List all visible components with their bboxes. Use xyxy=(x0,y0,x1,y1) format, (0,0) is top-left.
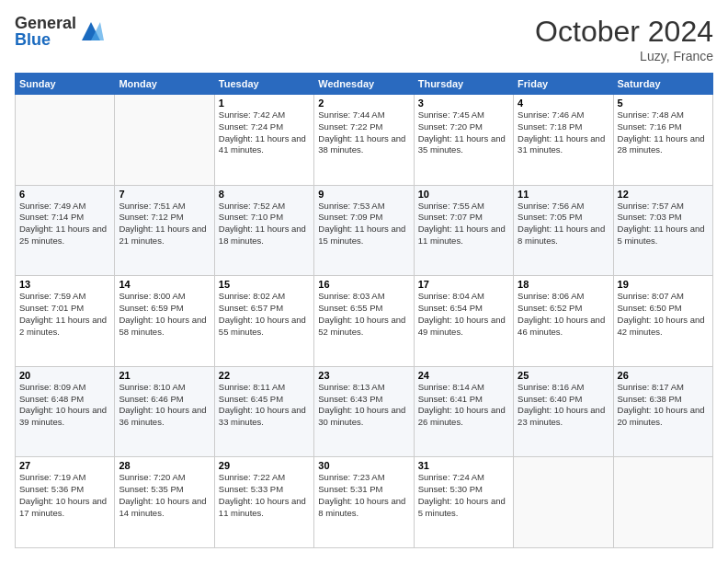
calendar-cell: 31Sunrise: 7:24 AMSunset: 5:30 PMDayligh… xyxy=(414,457,513,548)
col-tuesday: Tuesday xyxy=(214,74,313,95)
calendar-cell: 10Sunrise: 7:55 AMSunset: 7:07 PMDayligh… xyxy=(414,185,513,276)
day-number: 26 xyxy=(618,370,709,381)
day-number: 20 xyxy=(19,370,110,381)
col-wednesday: Wednesday xyxy=(314,74,414,95)
header: General Blue October 2024 Luzy, France xyxy=(15,15,713,63)
day-number: 18 xyxy=(518,279,609,290)
calendar-table: Sunday Monday Tuesday Wednesday Thursday… xyxy=(15,73,713,548)
day-number: 12 xyxy=(618,189,709,200)
calendar-cell: 5Sunrise: 7:48 AMSunset: 7:16 PMDaylight… xyxy=(613,95,712,186)
logo-blue-text: Blue xyxy=(15,31,76,48)
col-friday: Friday xyxy=(514,74,613,95)
calendar-cell: 23Sunrise: 8:13 AMSunset: 6:43 PMDayligh… xyxy=(314,366,414,457)
day-info: Sunrise: 8:09 AMSunset: 6:48 PMDaylight:… xyxy=(19,382,110,429)
logo-general-text: General xyxy=(15,15,76,31)
day-info: Sunrise: 7:44 AMSunset: 7:22 PMDaylight:… xyxy=(318,109,409,156)
week-row-3: 13Sunrise: 7:59 AMSunset: 7:01 PMDayligh… xyxy=(16,276,713,367)
day-info: Sunrise: 7:45 AMSunset: 7:20 PMDaylight:… xyxy=(418,109,509,156)
month-title: October 2024 xyxy=(535,15,713,49)
day-number: 27 xyxy=(19,460,110,471)
calendar-cell: 28Sunrise: 7:20 AMSunset: 5:35 PMDayligh… xyxy=(115,457,214,548)
calendar-body: 1Sunrise: 7:42 AMSunset: 7:24 PMDaylight… xyxy=(16,95,713,548)
calendar-cell xyxy=(514,457,613,548)
day-info: Sunrise: 7:22 AMSunset: 5:33 PMDaylight:… xyxy=(219,472,310,519)
day-number: 23 xyxy=(318,370,409,381)
day-info: Sunrise: 8:02 AMSunset: 6:57 PMDaylight:… xyxy=(219,291,310,338)
calendar-page: General Blue October 2024 Luzy, France S… xyxy=(0,0,728,563)
col-saturday: Saturday xyxy=(613,74,712,95)
day-info: Sunrise: 7:20 AMSunset: 5:35 PMDaylight:… xyxy=(119,472,210,519)
calendar-cell: 6Sunrise: 7:49 AMSunset: 7:14 PMDaylight… xyxy=(16,185,115,276)
day-number: 19 xyxy=(618,279,709,290)
day-info: Sunrise: 8:17 AMSunset: 6:38 PMDaylight:… xyxy=(618,382,709,429)
logo: General Blue xyxy=(15,15,104,48)
calendar-cell: 8Sunrise: 7:52 AMSunset: 7:10 PMDaylight… xyxy=(214,185,313,276)
calendar-cell: 24Sunrise: 8:14 AMSunset: 6:41 PMDayligh… xyxy=(414,366,513,457)
day-info: Sunrise: 7:23 AMSunset: 5:31 PMDaylight:… xyxy=(318,472,409,519)
day-info: Sunrise: 7:51 AMSunset: 7:12 PMDaylight:… xyxy=(119,201,210,247)
day-info: Sunrise: 7:49 AMSunset: 7:14 PMDaylight:… xyxy=(19,201,110,247)
calendar-cell xyxy=(16,95,115,186)
title-block: October 2024 Luzy, France xyxy=(535,15,713,63)
calendar-cell: 1Sunrise: 7:42 AMSunset: 7:24 PMDaylight… xyxy=(214,95,313,186)
calendar-cell: 3Sunrise: 7:45 AMSunset: 7:20 PMDaylight… xyxy=(414,95,513,186)
day-number: 4 xyxy=(518,98,609,109)
day-number: 5 xyxy=(618,98,709,109)
day-info: Sunrise: 7:57 AMSunset: 7:03 PMDaylight:… xyxy=(618,201,709,247)
day-info: Sunrise: 7:59 AMSunset: 7:01 PMDaylight:… xyxy=(19,291,110,338)
day-number: 2 xyxy=(318,98,409,109)
day-number: 9 xyxy=(318,189,409,200)
day-number: 24 xyxy=(418,370,509,381)
calendar-cell: 12Sunrise: 7:57 AMSunset: 7:03 PMDayligh… xyxy=(613,185,712,276)
calendar-cell: 21Sunrise: 8:10 AMSunset: 6:46 PMDayligh… xyxy=(115,366,214,457)
day-number: 10 xyxy=(418,189,509,200)
calendar-cell: 18Sunrise: 8:06 AMSunset: 6:52 PMDayligh… xyxy=(514,276,613,367)
calendar-cell: 27Sunrise: 7:19 AMSunset: 5:36 PMDayligh… xyxy=(16,457,115,548)
day-number: 7 xyxy=(119,189,210,200)
day-number: 17 xyxy=(418,279,509,290)
day-info: Sunrise: 7:56 AMSunset: 7:05 PMDaylight:… xyxy=(518,201,609,247)
day-info: Sunrise: 8:00 AMSunset: 6:59 PMDaylight:… xyxy=(119,291,210,338)
calendar-cell xyxy=(613,457,712,548)
day-info: Sunrise: 8:16 AMSunset: 6:40 PMDaylight:… xyxy=(518,382,609,429)
day-info: Sunrise: 8:03 AMSunset: 6:55 PMDaylight:… xyxy=(318,291,409,338)
day-info: Sunrise: 8:06 AMSunset: 6:52 PMDaylight:… xyxy=(518,291,609,338)
day-number: 29 xyxy=(219,460,310,471)
col-thursday: Thursday xyxy=(414,74,513,95)
day-number: 14 xyxy=(119,279,210,290)
day-number: 8 xyxy=(219,189,310,200)
day-number: 22 xyxy=(219,370,310,381)
day-number: 28 xyxy=(119,460,210,471)
calendar-cell: 11Sunrise: 7:56 AMSunset: 7:05 PMDayligh… xyxy=(514,185,613,276)
calendar-cell: 30Sunrise: 7:23 AMSunset: 5:31 PMDayligh… xyxy=(314,457,414,548)
day-info: Sunrise: 7:46 AMSunset: 7:18 PMDaylight:… xyxy=(518,109,609,156)
day-number: 6 xyxy=(19,189,110,200)
day-info: Sunrise: 7:42 AMSunset: 7:24 PMDaylight:… xyxy=(219,109,310,156)
calendar-cell: 7Sunrise: 7:51 AMSunset: 7:12 PMDaylight… xyxy=(115,185,214,276)
day-number: 25 xyxy=(518,370,609,381)
calendar-cell: 25Sunrise: 8:16 AMSunset: 6:40 PMDayligh… xyxy=(514,366,613,457)
calendar-cell: 15Sunrise: 8:02 AMSunset: 6:57 PMDayligh… xyxy=(214,276,313,367)
day-number: 1 xyxy=(219,98,310,109)
day-info: Sunrise: 7:19 AMSunset: 5:36 PMDaylight:… xyxy=(19,472,110,519)
day-number: 11 xyxy=(518,189,609,200)
calendar-cell: 2Sunrise: 7:44 AMSunset: 7:22 PMDaylight… xyxy=(314,95,414,186)
calendar-cell: 20Sunrise: 8:09 AMSunset: 6:48 PMDayligh… xyxy=(16,366,115,457)
week-row-4: 20Sunrise: 8:09 AMSunset: 6:48 PMDayligh… xyxy=(16,366,713,457)
day-number: 3 xyxy=(418,98,509,109)
day-info: Sunrise: 7:53 AMSunset: 7:09 PMDaylight:… xyxy=(318,201,409,247)
calendar-cell: 4Sunrise: 7:46 AMSunset: 7:18 PMDaylight… xyxy=(514,95,613,186)
calendar-cell: 16Sunrise: 8:03 AMSunset: 6:55 PMDayligh… xyxy=(314,276,414,367)
day-info: Sunrise: 8:10 AMSunset: 6:46 PMDaylight:… xyxy=(119,382,210,429)
calendar-cell: 26Sunrise: 8:17 AMSunset: 6:38 PMDayligh… xyxy=(613,366,712,457)
calendar-cell: 17Sunrise: 8:04 AMSunset: 6:54 PMDayligh… xyxy=(414,276,513,367)
day-number: 30 xyxy=(318,460,409,471)
col-monday: Monday xyxy=(115,74,214,95)
day-info: Sunrise: 8:07 AMSunset: 6:50 PMDaylight:… xyxy=(618,291,709,338)
calendar-cell: 19Sunrise: 8:07 AMSunset: 6:50 PMDayligh… xyxy=(613,276,712,367)
week-row-2: 6Sunrise: 7:49 AMSunset: 7:14 PMDaylight… xyxy=(16,185,713,276)
day-info: Sunrise: 7:55 AMSunset: 7:07 PMDaylight:… xyxy=(418,201,509,247)
day-info: Sunrise: 8:14 AMSunset: 6:41 PMDaylight:… xyxy=(418,382,509,429)
day-number: 16 xyxy=(318,279,409,290)
calendar-cell: 22Sunrise: 8:11 AMSunset: 6:45 PMDayligh… xyxy=(214,366,313,457)
